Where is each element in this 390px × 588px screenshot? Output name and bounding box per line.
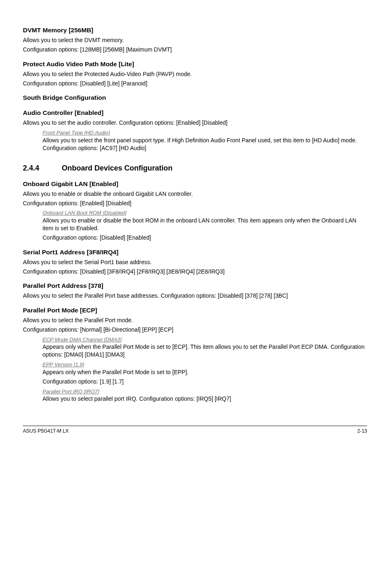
body-text: Appears only when the Parallel Port Mode…	[43, 343, 367, 359]
body-text: Configuration options: [Disabled] [Enabl…	[43, 234, 367, 242]
body-text: Configuration options: [Disabled] [3F8/I…	[23, 268, 367, 276]
subheading-onboard-lan-boot-rom: Onboard LAN Boot ROM [Disabled]	[43, 209, 367, 217]
body-text: Appears only when the Parallel Port Mode…	[43, 368, 367, 376]
body-text: Allows you to select parallel port IRQ. …	[43, 395, 367, 403]
subheading-epp-version: EPP Version [1.9]	[43, 361, 367, 368]
heading-protect-audio-video: Protect Audio Video Path Mode [Lite]	[23, 60, 367, 69]
heading-parallel-port-mode: Parallel Port Mode [ECP]	[23, 306, 367, 315]
body-text: Configuration options: [128MB] [256MB] […	[23, 46, 367, 54]
body-text: Allows you to enable or disable the onbo…	[23, 190, 367, 198]
footer-divider	[23, 426, 367, 426]
footer-product: ASUS P5G41T-M LX	[23, 428, 69, 434]
body-text: Configuration options: [Enabled] [Disabl…	[23, 200, 367, 207]
body-text: Allows you to select the DVMT memory.	[23, 36, 367, 44]
subheading-front-panel-type: Front Panel Type [HD Audio]	[43, 129, 367, 137]
body-text: Allows you to select the Protected Audio…	[23, 70, 367, 78]
section-title: Onboard Devices Configuration	[62, 164, 173, 172]
body-text: Allows you to select the Parallel Port b…	[23, 292, 367, 300]
body-text: Allows you to select the Serial Port1 ba…	[23, 258, 367, 266]
body-text: Allows you to select the front panel sup…	[43, 137, 367, 152]
heading-serial-port1: Serial Port1 Address [3F8/IRQ4]	[23, 248, 367, 257]
body-text: Configuration options: [Normal] [Bi-Dire…	[23, 326, 367, 334]
body-text: Allows you to set the audio controller. …	[23, 119, 367, 127]
body-text: Allows you to enable or disable the boot…	[43, 217, 367, 232]
footer-page-number: 2-13	[357, 428, 367, 434]
subheading-ecp-mode-dma: ECP Mode DMA Channel [DMA3]	[43, 336, 367, 343]
heading-dvmt-memory: DVMT Memory [256MB]	[23, 26, 367, 35]
section-onboard-devices: 2.4.4 Onboard Devices Configuration	[23, 163, 367, 173]
heading-south-bridge: South Bridge Configuration	[23, 94, 367, 102]
body-text: Configuration options: [1.9] [1.7]	[43, 378, 367, 386]
subheading-parallel-port-irq: Parallel Port IRQ [IRQ7]	[43, 388, 367, 395]
body-text: Allows you to select the Parallel Port m…	[23, 316, 367, 324]
body-text: Configuration options: [Disabled] [Lite]…	[23, 80, 367, 88]
section-number: 2.4.4	[23, 163, 60, 173]
heading-audio-controller: Audio Controller [Enabled]	[23, 109, 367, 117]
heading-onboard-gigabit-lan: Onboard Gigabit LAN [Enabled]	[23, 180, 367, 189]
heading-parallel-port-address: Parallel Port Address [378]	[23, 282, 367, 290]
